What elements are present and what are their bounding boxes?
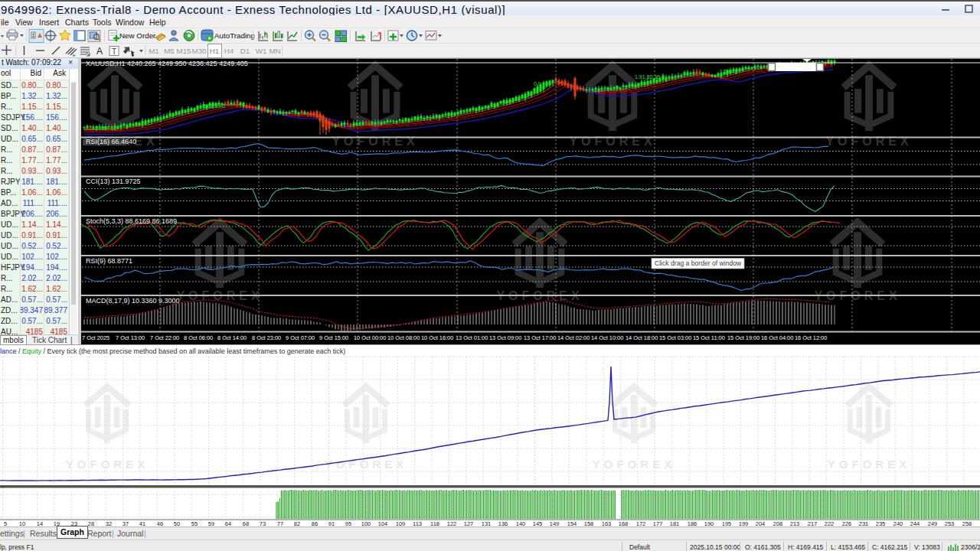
svg-text:9 Oct 07:00: 9 Oct 07:00	[286, 334, 315, 341]
svg-text:68: 68	[243, 520, 249, 527]
svg-text:131: 131	[482, 520, 492, 527]
svg-text:16 Oct 12:00: 16 Oct 12:00	[795, 334, 827, 341]
svg-text:28: 28	[88, 520, 94, 527]
svg-text:258: 258	[962, 520, 972, 527]
svg-text:204: 204	[756, 520, 766, 527]
svg-text:7 Oct 2025: 7 Oct 2025	[82, 334, 109, 341]
svg-text:13 Oct 17:00: 13 Oct 17:00	[524, 334, 556, 341]
svg-text:154: 154	[567, 520, 577, 527]
svg-text:YOFOREX: YOFOREX	[66, 458, 149, 471]
svg-text:14: 14	[37, 520, 43, 527]
svg-text:109: 109	[396, 520, 406, 527]
svg-text:7 Oct 13:00: 7 Oct 13:00	[116, 334, 145, 341]
svg-text:253: 253	[945, 520, 955, 527]
svg-text:15 Oct 03:00: 15 Oct 03:00	[659, 334, 691, 341]
svg-text:AutoTrading: AutoTrading	[214, 31, 255, 40]
svg-text:82: 82	[294, 520, 300, 527]
svg-text:0.9: 0.9	[534, 81, 541, 86]
svg-text:10 Oct 16:00: 10 Oct 16:00	[421, 334, 453, 341]
svg-text:M15: M15	[176, 47, 191, 55]
svg-text:M5: M5	[164, 47, 175, 55]
svg-text:Click drag a border of window: Click drag a border of window	[655, 259, 742, 267]
svg-text:7 Oct 22:00: 7 Oct 22:00	[150, 334, 179, 341]
svg-text:222: 222	[825, 520, 835, 527]
svg-text:10 Oct 00:00: 10 Oct 00:00	[354, 334, 386, 341]
svg-text:H1: H1	[210, 47, 220, 55]
svg-text:RSI(16) 66.4640: RSI(16) 66.4640	[86, 138, 136, 145]
svg-text:16 Oct 04:00: 16 Oct 04:00	[761, 334, 793, 341]
svg-text:14 Oct 02:00: 14 Oct 02:00	[557, 334, 590, 341]
svg-text:MN: MN	[269, 47, 280, 55]
svg-text:32: 32	[106, 520, 112, 527]
svg-text:37: 37	[122, 520, 129, 527]
svg-text:55: 55	[191, 520, 198, 527]
svg-text:T: T	[112, 47, 116, 56]
svg-text:226: 226	[842, 520, 852, 527]
svg-text:RSI(9) 68.8771: RSI(9) 68.8771	[86, 257, 132, 265]
svg-text:13 Oct 01:00: 13 Oct 01:00	[456, 334, 488, 341]
svg-text:8 Oct 06:00: 8 Oct 06:00	[184, 334, 213, 341]
svg-text:104: 104	[378, 520, 388, 527]
svg-text:77: 77	[277, 520, 283, 527]
svg-text:YOFOREX: YOFOREX	[325, 458, 407, 471]
svg-text:15 Oct 19:00: 15 Oct 19:00	[727, 334, 760, 341]
svg-text:2.68,69.3: 2.68,69.3	[203, 103, 225, 109]
svg-text:118: 118	[430, 520, 439, 527]
svg-text:208: 208	[773, 520, 783, 527]
svg-text:217: 217	[808, 520, 818, 527]
svg-text:YOFOREX: YOFOREX	[828, 458, 910, 471]
svg-text:New Order: New Order	[119, 31, 156, 40]
svg-text:177: 177	[653, 520, 663, 527]
svg-text:145: 145	[533, 520, 543, 527]
svg-text:8 Oct 14:00: 8 Oct 14:00	[217, 334, 247, 341]
svg-text:CCI(13) 131.9725: CCI(13) 131.9725	[86, 178, 141, 185]
svg-text:5: 5	[4, 520, 7, 527]
svg-text:41: 41	[139, 520, 145, 527]
svg-text:8 Oct 23:00: 8 Oct 23:00	[252, 334, 281, 341]
svg-text:A: A	[96, 46, 103, 57]
svg-text:e: e	[73, 53, 76, 57]
svg-text:3.28,69.61: 3.28,69.61	[91, 126, 116, 131]
svg-text:H4: H4	[224, 47, 234, 55]
svg-text:10: 10	[19, 520, 25, 527]
svg-text:113: 113	[413, 520, 422, 527]
svg-text:172: 172	[636, 520, 646, 527]
svg-text:136: 136	[498, 520, 508, 527]
svg-text:46: 46	[157, 520, 163, 527]
svg-text:86: 86	[312, 520, 318, 527]
svg-text:64: 64	[225, 520, 231, 527]
svg-text:213: 213	[790, 520, 800, 527]
svg-text:lance / Equity / Every tick (t: lance / Equity / Every tick (the most pr…	[0, 347, 345, 355]
svg-text:244: 244	[910, 520, 920, 527]
svg-text:MACD(8,17,9) 10.3360 9.3000: MACD(8,17,9) 10.3360 9.3000	[86, 297, 180, 305]
svg-text:186: 186	[688, 520, 697, 527]
svg-text:95: 95	[345, 520, 351, 527]
svg-text:231: 231	[859, 520, 869, 527]
svg-text:168: 168	[619, 520, 629, 527]
svg-text:YOFOREX: YOFOREX	[593, 458, 675, 471]
svg-text:158: 158	[584, 520, 594, 527]
svg-text:M30: M30	[191, 47, 207, 55]
svg-text:100: 100	[361, 520, 371, 527]
svg-text:249: 249	[928, 520, 938, 527]
svg-text:Stoch(5,3,3) 88.6169 86.1689: Stoch(5,3,3) 88.6169 86.1689	[86, 217, 177, 225]
svg-text:14 Oct 10:00: 14 Oct 10:00	[591, 334, 623, 341]
svg-text:9 Oct 15:00: 9 Oct 15:00	[319, 334, 348, 341]
svg-text:15 Oct 11:00: 15 Oct 11:00	[693, 334, 725, 341]
svg-text:163: 163	[602, 520, 612, 527]
svg-text:240: 240	[893, 520, 903, 527]
svg-text:W1: W1	[256, 47, 267, 55]
svg-text:73: 73	[260, 520, 266, 527]
svg-text:14 Oct 18:00: 14 Oct 18:00	[626, 334, 658, 341]
svg-text:D1: D1	[240, 47, 250, 55]
svg-text:149: 149	[550, 520, 560, 527]
svg-text:190: 190	[704, 520, 714, 527]
svg-text:*: *	[2, 485, 4, 491]
svg-text:59: 59	[208, 520, 214, 527]
svg-text:91: 91	[328, 520, 335, 527]
svg-text:13 Oct 09:00: 13 Oct 09:00	[489, 334, 521, 341]
svg-text:181: 181	[670, 520, 680, 527]
svg-text:122: 122	[447, 520, 457, 527]
svg-text:1.91,80.36,9: 1.91,80.36,9	[635, 74, 665, 80]
svg-text:127: 127	[464, 520, 474, 527]
